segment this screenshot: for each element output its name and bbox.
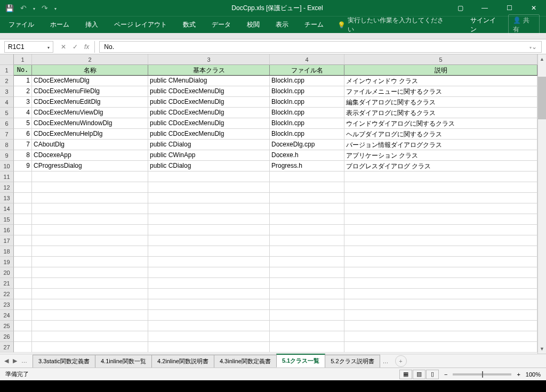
table-row[interactable]	[14, 267, 537, 278]
header-cell[interactable]: 説明	[344, 65, 537, 76]
qat-customize-icon[interactable]	[54, 4, 57, 12]
sheet-nav-more-icon[interactable]: …	[21, 357, 27, 364]
cell-file[interactable]: BlockIn.cpp	[270, 76, 344, 86]
sheet-tab[interactable]: 5.1クラス一覧	[276, 354, 325, 368]
table-row[interactable]	[14, 310, 537, 321]
view-page-layout-icon[interactable]: ▥	[413, 370, 425, 379]
spreadsheet-grid[interactable]: 1 2 3 4 5 123456789101112131415161718192…	[0, 54, 546, 354]
ribbon-tab[interactable]: ファイル	[6, 17, 36, 32]
cell-name[interactable]: CDocExecMenuDlg	[32, 76, 148, 86]
undo-more-icon[interactable]	[33, 4, 35, 12]
table-row[interactable]	[14, 342, 537, 353]
signin-link[interactable]: サインイン	[470, 16, 501, 34]
cell-base[interactable]: public CDocExecMenuDlg	[148, 108, 270, 118]
table-row[interactable]	[14, 246, 537, 257]
col-header[interactable]: 3	[148, 54, 270, 65]
table-row[interactable]	[14, 289, 537, 299]
col-header[interactable]: 1	[14, 54, 32, 65]
table-row[interactable]	[14, 225, 537, 235]
table-row[interactable]: 4CDocExecMenuViewDlgpublic CDocExecMenuD…	[14, 108, 537, 118]
row-header[interactable]: 26	[0, 331, 14, 342]
sheet-tab[interactable]: 4.1inline関数一覧	[95, 355, 152, 368]
tell-me-input[interactable]: 💡 実行したい作業を入力してください	[338, 16, 446, 34]
redo-icon[interactable]	[42, 4, 48, 12]
row-header[interactable]: 25	[0, 321, 14, 331]
cell-no[interactable]: 2	[14, 86, 32, 97]
minimize-icon[interactable]: —	[472, 0, 497, 16]
cell-base[interactable]: public CDocExecMenuDlg	[148, 86, 270, 97]
cell-desc[interactable]: 表示ダイアログに関するクラス	[344, 108, 537, 118]
row-header[interactable]: 12	[0, 182, 14, 193]
table-row[interactable]: 2CDocExecMenuFileDlgpublic CDocExecMenuD…	[14, 86, 537, 97]
cell-base[interactable]: public CDocExecMenuDlg	[148, 97, 270, 108]
cell-file[interactable]: Docexe.h	[270, 150, 344, 161]
table-row[interactable]	[14, 172, 537, 182]
row-header[interactable]: 10	[0, 161, 14, 172]
column-headers[interactable]: 1 2 3 4 5	[14, 54, 537, 65]
row-header[interactable]: 5	[0, 108, 14, 118]
cell-base[interactable]: public CDocExecMenuDlg	[148, 118, 270, 129]
row-header[interactable]: 22	[0, 289, 14, 299]
table-row[interactable]	[14, 235, 537, 246]
cell-name[interactable]: CAboutDlg	[32, 140, 148, 150]
cell-no[interactable]: 6	[14, 129, 32, 140]
zoom-in-button[interactable]: +	[517, 371, 520, 378]
cell-desc[interactable]: 編集ダイアログに関するクラス	[344, 97, 537, 108]
chevron-down-icon[interactable]	[47, 43, 50, 51]
cell-base[interactable]: public CDialog	[148, 161, 270, 172]
row-header[interactable]: 23	[0, 299, 14, 310]
sheet-tab[interactable]: 3.3static関数定義書	[33, 355, 95, 368]
col-header[interactable]: 4	[270, 54, 344, 65]
table-row[interactable]: 6CDocExecMenuHelpDlgpublic CDocExecMenuD…	[14, 129, 537, 140]
cell-no[interactable]: 5	[14, 118, 32, 129]
row-header[interactable]: 18	[0, 246, 14, 257]
cancel-formula-icon[interactable]: ✕	[61, 43, 66, 51]
table-row[interactable]	[14, 214, 537, 225]
cell-file[interactable]: BlockIn.cpp	[270, 108, 344, 118]
cell-desc[interactable]: アプリケーション クラス	[344, 150, 537, 161]
row-header[interactable]: 4	[0, 97, 14, 108]
cell-base[interactable]: public CDocExecMenuDlg	[148, 129, 270, 140]
ribbon-tab[interactable]: 数式	[181, 17, 198, 32]
row-headers[interactable]: 1234567891011121314151617181920212223242…	[0, 65, 14, 353]
header-cell[interactable]: No.	[14, 65, 32, 76]
cells-area[interactable]: No. 名称 基本クラス ファイル名 説明 1CDocExecMenuDlgpu…	[14, 65, 537, 353]
cell-desc[interactable]: ウインドウダイアログに関するクラス	[344, 118, 537, 129]
row-header[interactable]: 7	[0, 129, 14, 140]
cell-desc[interactable]: メインウィンドウ クラス	[344, 76, 537, 86]
sheet-nav-next-icon[interactable]: ▶	[13, 357, 17, 364]
undo-icon[interactable]	[20, 4, 27, 12]
cell-base[interactable]: public CDialog	[148, 140, 270, 150]
table-header-row[interactable]: No. 名称 基本クラス ファイル名 説明	[14, 65, 537, 76]
fx-icon[interactable]: fx	[84, 43, 89, 51]
table-row[interactable]: 1CDocExecMenuDlgpublic CMenuDialogBlockI…	[14, 76, 537, 86]
cell-base[interactable]: public CWinApp	[148, 150, 270, 161]
row-header[interactable]: 13	[0, 193, 14, 203]
header-cell[interactable]: ファイル名	[270, 65, 344, 76]
cell-name[interactable]: CDocExecMenuEditDlg	[32, 97, 148, 108]
cell-name[interactable]: CDocExecMenuFileDlg	[32, 86, 148, 97]
col-header[interactable]: 2	[32, 54, 148, 65]
row-header[interactable]: 11	[0, 172, 14, 182]
cell-desc[interactable]: ヘルプダイアログに関するクラス	[344, 129, 537, 140]
table-row[interactable]	[14, 182, 537, 193]
ribbon-tab[interactable]: 校閲	[245, 17, 262, 32]
cell-file[interactable]: DocexeDlg.cpp	[270, 140, 344, 150]
cell-file[interactable]: BlockIn.cpp	[270, 97, 344, 108]
ribbon-tab[interactable]: データ	[210, 17, 233, 32]
vertical-scrollbar[interactable]: ▲ ▼	[537, 54, 546, 354]
table-row[interactable]: 5CDocExecMenuWindowDlgpublic CDocExecMen…	[14, 118, 537, 129]
zoom-level[interactable]: 100%	[526, 371, 541, 378]
table-row[interactable]: 9CProgressDialogpublic CDialogProgress.h…	[14, 161, 537, 172]
row-header[interactable]: 19	[0, 257, 14, 267]
cell-name[interactable]: CProgressDialog	[32, 161, 148, 172]
table-row[interactable]	[14, 278, 537, 289]
col-header[interactable]: 5	[344, 54, 537, 65]
cell-name[interactable]: CDocExecMenuViewDlg	[32, 108, 148, 118]
view-normal-icon[interactable]: ▦	[399, 370, 412, 379]
cell-file[interactable]: BlockIn.cpp	[270, 86, 344, 97]
cell-file[interactable]: BlockIn.cpp	[270, 129, 344, 140]
cell-name[interactable]: CDocExecMenuWindowDlg	[32, 118, 148, 129]
header-cell[interactable]: 名称	[32, 65, 148, 76]
row-header[interactable]: 3	[0, 86, 14, 97]
